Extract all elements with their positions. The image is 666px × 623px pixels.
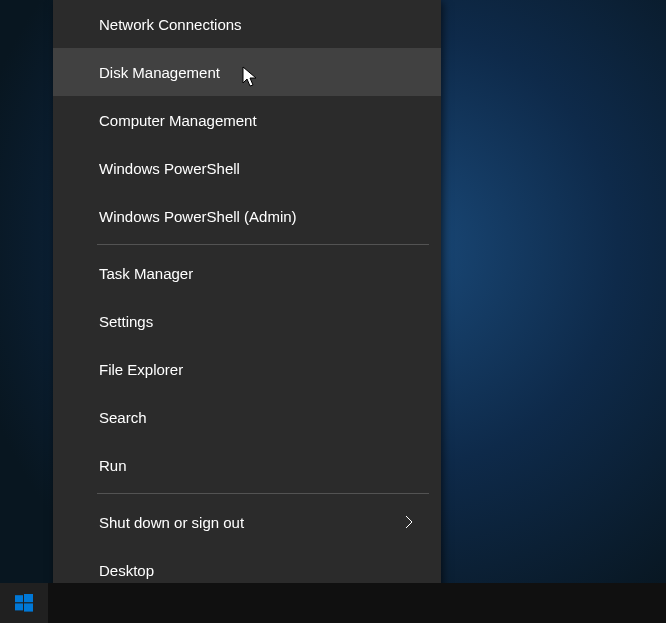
menu-item-file-explorer[interactable]: File Explorer (53, 345, 441, 393)
menu-item-label: Shut down or sign out (99, 514, 244, 531)
menu-item-label: Network Connections (99, 16, 242, 33)
menu-item-label: Run (99, 457, 127, 474)
menu-item-settings[interactable]: Settings (53, 297, 441, 345)
svg-rect-2 (15, 603, 23, 610)
menu-item-search[interactable]: Search (53, 393, 441, 441)
menu-item-computer-management[interactable]: Computer Management (53, 96, 441, 144)
menu-separator (97, 493, 429, 494)
menu-item-task-manager[interactable]: Task Manager (53, 249, 441, 297)
chevron-right-icon (401, 514, 417, 530)
menu-item-windows-powershell-admin[interactable]: Windows PowerShell (Admin) (53, 192, 441, 240)
windows-logo-icon (15, 594, 33, 612)
svg-rect-3 (24, 603, 33, 611)
power-user-menu: Network Connections Disk Management Comp… (53, 0, 441, 600)
menu-item-network-connections[interactable]: Network Connections (53, 0, 441, 48)
start-button[interactable] (0, 583, 48, 623)
menu-item-label: Computer Management (99, 112, 257, 129)
taskbar (0, 583, 666, 623)
menu-item-windows-powershell[interactable]: Windows PowerShell (53, 144, 441, 192)
menu-item-label: Windows PowerShell (Admin) (99, 208, 297, 225)
menu-item-label: Desktop (99, 562, 154, 579)
menu-item-label: Windows PowerShell (99, 160, 240, 177)
menu-item-disk-management[interactable]: Disk Management (53, 48, 441, 96)
svg-rect-0 (15, 595, 23, 602)
svg-rect-1 (24, 594, 33, 602)
menu-item-label: File Explorer (99, 361, 183, 378)
menu-separator (97, 244, 429, 245)
menu-item-label: Search (99, 409, 147, 426)
menu-item-label: Task Manager (99, 265, 193, 282)
menu-item-label: Settings (99, 313, 153, 330)
menu-item-run[interactable]: Run (53, 441, 441, 489)
menu-item-shutdown-signout[interactable]: Shut down or sign out (53, 498, 441, 546)
menu-item-label: Disk Management (99, 64, 220, 81)
